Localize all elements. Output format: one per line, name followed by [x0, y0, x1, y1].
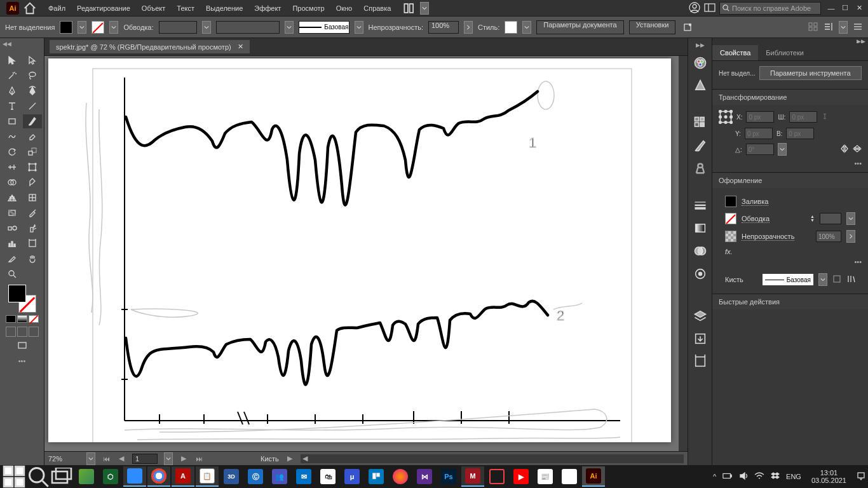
toolbar-collapse-icon[interactable]: ◀◀	[3, 41, 11, 47]
scale-tool[interactable]	[23, 145, 42, 159]
appearance-stroke-label[interactable]: Обводка	[742, 215, 770, 223]
tray-battery-icon[interactable]	[722, 473, 733, 480]
width-tool[interactable]	[3, 160, 22, 174]
draw-behind-icon[interactable]	[17, 327, 27, 337]
status-flyout-icon[interactable]: ▶	[285, 454, 294, 463]
panel-menu-icon[interactable]	[853, 22, 863, 33]
color-mode-icon[interactable]	[6, 315, 16, 323]
menu-edit[interactable]: Редактирование	[72, 2, 135, 15]
draw-inside-icon[interactable]	[29, 327, 39, 337]
tray-clock[interactable]: 13:01 03.05.2021	[808, 469, 850, 484]
stroke-weight-input[interactable]	[159, 21, 197, 34]
menu-effect[interactable]: Эффект	[249, 2, 286, 15]
live-paint-tool[interactable]	[23, 175, 42, 189]
brush-libraries-icon[interactable]	[846, 274, 855, 285]
transform-dropdown[interactable]	[839, 21, 848, 34]
fill-dropdown[interactable]	[78, 21, 86, 34]
taskbar-app-8[interactable]: ⚙	[558, 466, 581, 487]
angle-dropdown[interactable]	[778, 143, 787, 156]
brush-options-icon[interactable]	[832, 274, 841, 285]
free-transform-tool[interactable]	[23, 160, 42, 174]
brush-dropdown[interactable]	[818, 273, 827, 286]
tab-libraries[interactable]: Библиотеки	[758, 45, 811, 60]
slice-tool[interactable]	[3, 252, 22, 266]
tray-volume-icon[interactable]	[739, 471, 748, 482]
menu-view[interactable]: Просмотр	[287, 2, 329, 15]
symbols-panel-icon[interactable]	[693, 161, 707, 175]
appearance-fill-swatch[interactable]	[725, 196, 736, 207]
appearance-fill-label[interactable]: Заливка	[742, 198, 768, 206]
hand-tool[interactable]	[23, 252, 42, 266]
tray-chevron-icon[interactable]: ^	[713, 473, 716, 480]
artboard-tool[interactable]	[23, 236, 42, 250]
close-button[interactable]: ✕	[853, 3, 865, 14]
document-tab[interactable]: spektr.jpg* @ 72 % (RGB/Предварительный …	[50, 40, 250, 53]
stroke-weight-dropdown[interactable]	[202, 21, 211, 34]
brush-definition[interactable]: Базовая	[299, 21, 349, 34]
fill-indicator[interactable]	[8, 285, 26, 302]
vertical-scrollbar[interactable]	[679, 56, 688, 451]
taskbar-app-5[interactable]: μ	[341, 466, 363, 487]
appearance-panel-icon[interactable]	[693, 267, 707, 281]
fx-label[interactable]: fx.	[725, 248, 733, 255]
link-wh-icon[interactable]	[821, 111, 829, 123]
taskbar-app-2[interactable]: ⬡	[99, 466, 122, 487]
pen-tool[interactable]	[3, 84, 22, 98]
zoom-dropdown[interactable]	[86, 452, 95, 465]
fill-swatch[interactable]	[60, 21, 72, 34]
magic-wand-tool[interactable]	[3, 69, 22, 83]
minimize-button[interactable]: —	[825, 3, 837, 14]
transform-icon[interactable]	[824, 22, 834, 33]
transparency-panel-icon[interactable]	[693, 244, 707, 258]
tray-dropbox-icon[interactable]	[771, 472, 780, 481]
gradient-panel-icon[interactable]	[693, 221, 707, 235]
brush-definition-dropdown[interactable]	[355, 21, 363, 34]
appearance-more-icon[interactable]: •••	[719, 258, 862, 266]
document-setup-button[interactable]: Параметры документа	[536, 20, 623, 34]
rectangle-tool[interactable]	[3, 114, 22, 128]
symbol-sprayer-tool[interactable]	[23, 221, 42, 235]
column-graph-tool[interactable]	[3, 236, 22, 250]
taskbar-app-1[interactable]	[75, 466, 98, 487]
asset-export-panel-icon[interactable]	[693, 332, 707, 346]
paintbrush-tool[interactable]	[23, 114, 42, 128]
reference-point-icon[interactable]	[719, 110, 733, 124]
appearance-opacity-label[interactable]: Непрозрачность	[742, 233, 794, 241]
appearance-opacity-value[interactable]: 100%	[816, 231, 841, 242]
rotate-tool[interactable]	[3, 145, 22, 159]
taskbar-app-4[interactable]: Ⓒ	[244, 466, 267, 487]
panels-flyout-icon[interactable]: ▶▶	[712, 38, 868, 43]
brush-preview[interactable]: Базовая	[763, 274, 813, 285]
prefs-flyout-icon[interactable]	[681, 23, 695, 32]
blend-tool[interactable]	[3, 221, 22, 235]
opacity-input[interactable]: 100%	[428, 21, 459, 34]
opacity-flyout[interactable]	[464, 21, 473, 34]
preferences-button[interactable]: Установки	[629, 20, 676, 34]
last-artboard-icon[interactable]: ⏭	[194, 454, 203, 463]
artboards-panel-icon[interactable]	[693, 355, 707, 369]
first-artboard-icon[interactable]: ⏮	[102, 454, 111, 463]
taskbar-zoom[interactable]	[123, 466, 146, 487]
layout-switcher-dropdown[interactable]	[420, 2, 429, 15]
maximize-button[interactable]: ☐	[839, 3, 851, 14]
home-icon[interactable]	[23, 1, 37, 15]
canvas-viewport[interactable]: 1 2	[44, 56, 688, 451]
taskbar-firefox[interactable]	[389, 466, 412, 487]
taskbar-app-7[interactable]: 📰	[534, 466, 557, 487]
menu-window[interactable]: Окно	[331, 2, 358, 15]
transform-more-icon[interactable]: •••	[719, 159, 862, 167]
taskbar-illustrator[interactable]: Ai	[582, 466, 605, 487]
horizontal-scrollbar[interactable]: ◀	[301, 454, 684, 463]
appearance-opacity-flyout[interactable]	[846, 230, 855, 243]
stroke-weight-stepper[interactable]: ▲▼	[810, 215, 815, 222]
selection-tool[interactable]	[3, 53, 22, 67]
artboard-nav-dropdown[interactable]	[164, 452, 173, 465]
eraser-tool[interactable]	[23, 130, 42, 144]
tray-notifications-icon[interactable]	[857, 471, 865, 482]
stroke-swatch[interactable]	[92, 21, 104, 34]
artboard-number[interactable]: 1	[132, 454, 158, 464]
taskbar-app-3d[interactable]: 3D	[220, 466, 243, 487]
close-tab-icon[interactable]: ✕	[238, 43, 243, 51]
appearance-opacity-swatch[interactable]	[725, 231, 736, 242]
expand-panels-icon[interactable]: ▶▶	[696, 42, 705, 48]
